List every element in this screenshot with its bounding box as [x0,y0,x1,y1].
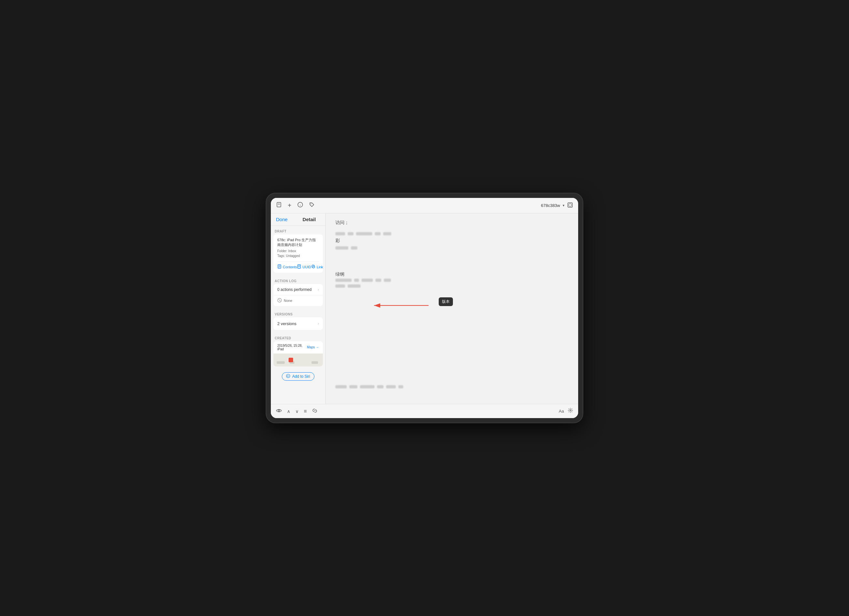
tooltip-label: 版本 [442,299,450,304]
svg-text:i: i [299,203,301,207]
blurred-block [375,232,381,236]
info-icon[interactable]: i [297,202,303,209]
blurred-block [354,279,359,282]
add-icon[interactable]: + [287,202,292,209]
link-button[interactable]: Link [311,264,323,270]
contents-button[interactable]: Contents [277,264,297,270]
editor-text-1: 访问； [335,220,569,226]
siri-icon [286,374,290,379]
eye-icon[interactable] [276,408,282,415]
add-to-siri-button[interactable]: Add to Siri [282,372,314,380]
draft-title: 678c: iPad Pro 生产力指南音频内容计划 [277,238,319,248]
list-icon[interactable]: ≡ [304,409,307,414]
blurred-block [349,385,357,388]
bottom-toolbar-left: ∧ ∨ ≡ [276,408,318,415]
draft-label: DRAFT [271,228,325,234]
blurred-block [384,279,391,282]
action-log-row[interactable]: 0 actions performed › [273,284,323,295]
blurred-row-4 [335,285,569,288]
editor-text-3: 绿纲 [335,271,569,277]
toolbar-right: 678c383w ▾ [541,202,573,209]
maps-link[interactable]: Maps → [307,346,319,349]
draft-section: DRAFT 678c: iPad Pro 生产力指南音频内容计划 Folder:… [271,226,325,275]
created-label: CREATED [271,335,325,341]
blurred-row-3 [335,279,569,282]
new-doc-icon[interactable] [276,202,282,209]
detail-title: Detail [298,217,320,222]
editor-area[interactable]: 访问； 彩 [326,213,578,404]
device-frame: + i 678c383w ▾ [266,193,583,423]
blurred-block [360,385,374,388]
blurred-block [351,246,357,249]
uuid-label: UUID [302,265,311,269]
blurred-row-bottom [335,385,569,388]
blurred-block [335,279,352,282]
sidebar: Done Detail DRAFT 678c: iPad Pro 生产力指南音频… [271,213,326,404]
actions-count: 0 actions performed [277,287,318,292]
tag-icon[interactable] [309,202,315,209]
editor-text-2: 彩 [335,238,569,244]
blurred-block [375,279,381,282]
blurred-block [335,285,345,288]
blurred-block [362,279,373,282]
expand-icon[interactable] [567,202,573,209]
link-label: Link [317,265,323,269]
blurred-block [335,385,347,388]
uuid-button[interactable]: UUID [297,264,311,270]
action-log-label: ACTION LOG [271,278,325,284]
versions-label: VERSIONS [271,311,325,318]
blurred-row-2 [335,246,569,249]
svg-rect-7 [569,204,571,206]
blurred-block [383,232,391,236]
top-toolbar: + i 678c383w ▾ [271,198,578,213]
created-card: 2019/5/26, 15:28, iPad Maps → [273,341,323,367]
svg-line-15 [313,266,314,267]
versions-section: VERSIONS 2 versions › [271,309,325,333]
action-log-chevron: › [318,287,319,292]
up-arrow-icon[interactable]: ∧ [287,409,290,414]
svg-point-21 [278,410,280,411]
blurred-block [386,385,396,388]
down-arrow-icon[interactable]: ∨ [295,409,299,414]
svg-line-17 [279,299,280,301]
blurred-row-1 [335,232,569,236]
versions-card: 2 versions › [273,318,323,330]
uuid-icon [297,264,301,270]
toolbar-left: + i [276,202,315,209]
blurred-block [335,232,345,236]
draft-actions: Contents UUID [277,261,319,270]
created-section: CREATED 2019/5/26, 15:28, iPad Maps → [271,333,325,369]
settings-icon[interactable] [568,408,573,415]
draft-card: 678c: iPad Pro 生产力指南音频内容计划 Folder: Inbox… [273,234,323,273]
bottom-toolbar-right: Aa [559,408,573,415]
blurred-block [398,385,403,388]
blurred-block [348,285,360,288]
font-size-icon[interactable]: Aa [559,409,564,413]
versions-chevron: › [318,321,319,326]
versions-row[interactable]: 2 versions › [273,318,323,330]
dropdown-icon[interactable]: ▾ [563,203,565,207]
action-none-row: None [273,295,323,306]
created-row: 2019/5/26, 15:28, iPad Maps → [273,341,323,353]
draft-folder: Folder: Inbox [277,249,319,254]
blurred-block [335,246,348,249]
map-preview [273,353,323,367]
versions-tooltip: 版本 [439,297,453,306]
add-to-siri-label: Add to Siri [292,374,310,379]
svg-point-5 [311,204,311,204]
done-button[interactable]: Done [276,217,298,222]
main-content: Done Detail DRAFT 678c: iPad Pro 生产力指南音频… [271,213,578,404]
draft-tags: Tags: Untagged [277,254,319,258]
svg-point-23 [570,410,571,411]
versions-count: 2 versions [277,321,318,326]
action-log-section: ACTION LOG 0 actions performed › [271,275,325,309]
map-pin [289,358,293,362]
link-chain-icon[interactable] [312,408,318,415]
contents-label: Contents [283,265,297,269]
version-label: 678c383w [541,203,560,208]
none-label: None [284,298,292,303]
contents-icon [277,264,282,270]
blurred-block [377,385,383,388]
blurred-block [356,232,372,236]
none-icon [277,298,282,303]
